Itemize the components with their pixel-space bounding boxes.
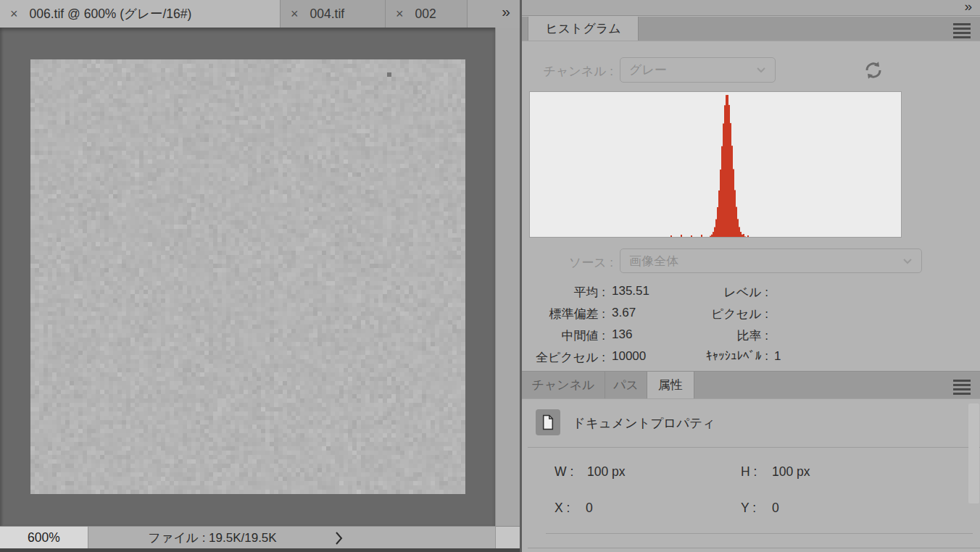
vertical-scrollbar[interactable] bbox=[495, 28, 520, 526]
document-tab-002[interactable]: × 002 bbox=[386, 0, 468, 28]
refresh-histogram-icon[interactable] bbox=[863, 59, 884, 81]
collapse-panels-chevron-icon[interactable]: » bbox=[964, 0, 971, 14]
chevron-down-icon bbox=[756, 67, 766, 73]
tab-histogram[interactable]: ヒストグラム bbox=[528, 17, 639, 41]
canvas-background bbox=[0, 28, 495, 526]
stat-value: 10000 bbox=[612, 349, 646, 364]
document-canvas-image[interactable] bbox=[30, 59, 465, 494]
document-tab-label: 006.tif @ 600% (グレー/16#) bbox=[30, 5, 192, 22]
source-selected-value: 画像全体 bbox=[629, 253, 902, 269]
panel-menu-icon[interactable] bbox=[953, 23, 971, 38]
stat-label: 平均 : bbox=[522, 284, 605, 301]
stat-value: 135.51 bbox=[612, 284, 649, 298]
window-bottom-edge bbox=[0, 548, 520, 552]
stat-label: 標準偏差 : bbox=[522, 306, 605, 322]
channel-label: チャンネル : bbox=[522, 63, 613, 80]
tab-paths[interactable]: パス bbox=[605, 372, 647, 398]
photoshop-workspace: × 006.tif @ 600% (グレー/16#) × 004.tif × 0… bbox=[0, 0, 980, 552]
stat-value: 3.67 bbox=[612, 306, 636, 320]
document-tab-label: 004.tif bbox=[310, 7, 345, 22]
document-tab-label: 002 bbox=[415, 7, 436, 22]
stat-label: レベル : bbox=[652, 284, 768, 301]
y-value: 0 bbox=[772, 501, 779, 516]
channel-selected-value: グレー bbox=[629, 62, 756, 78]
tab-properties[interactable]: 属性 bbox=[647, 372, 694, 398]
tab-channels[interactable]: チャンネル bbox=[522, 372, 605, 398]
dock-header: » bbox=[522, 0, 980, 16]
width-value: 100 px bbox=[587, 464, 626, 480]
height-label: H : bbox=[741, 464, 757, 480]
stat-label: ｷｬｯｼｭﾚﾍﾞﾙ : bbox=[652, 349, 768, 364]
source-select[interactable]: 画像全体 bbox=[620, 248, 922, 273]
divider bbox=[528, 447, 980, 448]
x-value: 0 bbox=[586, 501, 593, 516]
close-icon[interactable]: × bbox=[396, 7, 404, 20]
histogram-chart bbox=[529, 91, 902, 238]
stat-value: 1 bbox=[774, 349, 781, 364]
properties-scrollbar[interactable] bbox=[968, 403, 979, 503]
source-label: ソース : bbox=[522, 254, 613, 271]
tab-overflow-chevron-icon[interactable]: » bbox=[502, 3, 510, 20]
panel-menu-icon[interactable] bbox=[953, 380, 971, 395]
histogram-plot-area bbox=[530, 92, 901, 237]
properties-panel-tab-bar: チャンネル パス 属性 bbox=[522, 372, 980, 399]
height-value: 100 px bbox=[772, 464, 810, 480]
scrollbar-corner bbox=[495, 526, 520, 548]
properties-header-title: ドキュメントプロパティ bbox=[573, 414, 715, 432]
stat-label: 比率 : bbox=[652, 327, 768, 344]
width-label: W : bbox=[555, 464, 573, 480]
stat-value: 136 bbox=[612, 327, 632, 342]
histogram-panel-tab-bar: ヒストグラム bbox=[522, 17, 980, 41]
stat-label: 中間値 : bbox=[522, 327, 605, 344]
right-panel-dock: » ヒストグラム チャンネル : グレー ソース : 画像全体 bbox=[522, 0, 980, 552]
page-icon bbox=[541, 414, 555, 430]
status-bar: 600% ファイル : 19.5K/19.5K bbox=[0, 526, 495, 548]
document-tab-bar: × 006.tif @ 600% (グレー/16#) × 004.tif × 0… bbox=[0, 0, 520, 28]
y-label: Y : bbox=[741, 501, 756, 516]
channel-select[interactable]: グレー bbox=[620, 57, 776, 83]
zoom-level-field[interactable]: 600% bbox=[0, 527, 88, 548]
divider bbox=[546, 533, 973, 534]
stat-label: ピクセル : bbox=[652, 306, 768, 322]
divider bbox=[528, 548, 980, 548]
close-icon[interactable]: × bbox=[10, 7, 18, 20]
document-tab-006[interactable]: × 006.tif @ 600% (グレー/16#) bbox=[0, 0, 281, 28]
x-label: X : bbox=[555, 501, 570, 516]
close-icon[interactable]: × bbox=[291, 7, 299, 20]
file-size-status[interactable]: ファイル : 19.5K/19.5K bbox=[93, 527, 332, 548]
stat-label: 全ピクセル : bbox=[522, 349, 605, 366]
document-tab-004[interactable]: × 004.tif bbox=[281, 0, 386, 28]
status-options-chevron-icon[interactable] bbox=[335, 531, 344, 545]
document-properties-icon bbox=[536, 409, 560, 435]
chevron-down-icon bbox=[902, 258, 913, 264]
